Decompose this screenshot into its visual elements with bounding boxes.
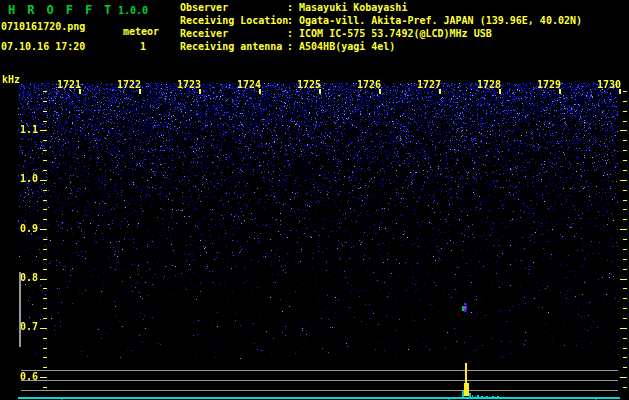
grid-line	[21, 390, 618, 391]
signal-trace	[18, 397, 620, 399]
trace-bump	[477, 395, 479, 397]
freq-tick	[43, 249, 47, 250]
trace-bump	[497, 396, 499, 397]
freq-tick	[40, 130, 47, 131]
info-value: : Ogata-vill. Akita-Pref. JAPAN (139.96E…	[287, 15, 582, 26]
freq-tick	[43, 357, 47, 358]
signal-spike	[472, 395, 473, 397]
time-label: 1724	[237, 80, 261, 90]
freq-tick-right	[623, 190, 627, 191]
signal-spike	[469, 393, 471, 397]
freq-tick	[43, 239, 47, 240]
freq-tick	[43, 338, 47, 339]
freq-tick-right	[623, 150, 627, 151]
spectrogram-canvas	[18, 83, 618, 359]
freq-tick-right	[623, 357, 627, 358]
freq-tick	[43, 111, 47, 112]
time-tick	[559, 89, 561, 94]
datetime: 07.10.16 17:20	[1, 41, 85, 52]
freq-tick	[43, 160, 47, 161]
time-tick	[499, 89, 501, 94]
freq-tick	[43, 318, 47, 319]
hrofft-screen: HROFFT 1.0.0 0710161720.png meteor 07.10…	[0, 0, 629, 400]
info-value: : ICOM IC-575 53.7492(@LCD)MHz USB	[287, 28, 492, 39]
time-label: 1723	[177, 80, 201, 90]
freq-tick-right	[620, 130, 627, 131]
freq-tick	[43, 219, 47, 220]
freq-label: 0.9	[2, 224, 38, 234]
app-title: HROFFT	[8, 3, 123, 17]
freq-tick-right	[623, 170, 627, 171]
freq-tick-right	[623, 338, 627, 339]
info-row: Receiver: ICOM IC-575 53.7492(@LCD)MHz U…	[180, 29, 492, 39]
time-tick	[79, 89, 81, 94]
freq-tick	[43, 190, 47, 191]
freq-tick-right	[623, 387, 627, 388]
freq-tick-right	[623, 140, 627, 141]
info-label: Receiver	[180, 29, 287, 39]
freq-tick-right	[623, 219, 627, 220]
freq-tick-right	[623, 209, 627, 210]
time-tick	[319, 89, 321, 94]
freq-tick-right	[623, 348, 627, 349]
freq-tick	[43, 121, 47, 122]
freq-tick-right	[623, 101, 627, 102]
freq-tick	[43, 140, 47, 141]
freq-tick	[43, 298, 47, 299]
freq-label: 1.1	[2, 125, 38, 135]
time-label: 1722	[117, 80, 141, 90]
freq-tick-right	[623, 91, 627, 92]
signal-spike	[465, 363, 467, 383]
time-label: 1730	[597, 80, 621, 90]
freq-tick	[43, 269, 47, 270]
freq-tick-right	[623, 121, 627, 122]
info-value: : A504HB(yagi 4el)	[287, 41, 395, 52]
time-tick	[139, 89, 141, 94]
filename: 0710161720.png	[1, 21, 85, 32]
freq-tick	[43, 367, 47, 368]
freq-tick	[43, 101, 47, 102]
khz-label: kHz	[2, 74, 20, 85]
freq-tick	[43, 170, 47, 171]
scale-bar	[19, 272, 21, 347]
meteor-echo-pixel	[466, 310, 467, 312]
freq-tick-right	[623, 367, 627, 368]
time-tick	[619, 89, 621, 94]
freq-tick	[43, 387, 47, 388]
grid-line	[21, 380, 618, 381]
info-row: Receiving Location: Ogata-vill. Akita-Pr…	[180, 16, 582, 26]
mode-label: meteor	[123, 26, 159, 37]
freq-tick-right	[623, 288, 627, 289]
info-row: Observer: Masayuki Kobayashi	[180, 3, 407, 13]
info-value: : Masayuki Kobayashi	[287, 2, 407, 13]
freq-tick	[43, 288, 47, 289]
app-version: 1.0.0	[118, 5, 148, 16]
freq-tick-right	[620, 180, 627, 181]
time-tick	[379, 89, 381, 94]
signal-spike	[462, 391, 464, 397]
freq-tick-right	[623, 249, 627, 250]
freq-tick-right	[623, 259, 627, 260]
time-label: 1729	[537, 80, 561, 90]
freq-tick-right	[623, 298, 627, 299]
freq-tick-right	[623, 269, 627, 270]
freq-label: 1.0	[2, 174, 38, 184]
freq-tick	[43, 200, 47, 201]
trace-bump	[486, 396, 488, 397]
time-label: 1727	[417, 80, 441, 90]
freq-tick-right	[623, 308, 627, 309]
freq-tick	[40, 229, 47, 230]
freq-tick	[43, 91, 47, 92]
freq-tick	[43, 259, 47, 260]
freq-tick-right	[623, 160, 627, 161]
freq-tick	[43, 150, 47, 151]
info-row: Receiving antenna: A504HB(yagi 4el)	[180, 42, 395, 52]
signal-spike	[475, 396, 476, 397]
time-label: 1725	[297, 80, 321, 90]
freq-tick-right	[620, 229, 627, 230]
meteor-count: 1	[140, 41, 146, 52]
time-tick	[439, 89, 441, 94]
info-label: Observer	[180, 3, 287, 13]
freq-tick-right	[620, 279, 627, 280]
freq-tick-right	[623, 318, 627, 319]
